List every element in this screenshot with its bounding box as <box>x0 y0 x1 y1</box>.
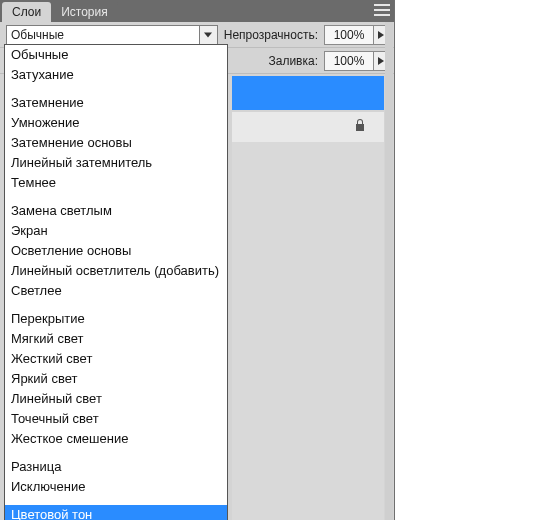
tab-history[interactable]: История <box>51 2 118 22</box>
blend-option[interactable]: Точечный свет <box>5 409 227 429</box>
fill-label: Заливка: <box>268 54 318 68</box>
blend-option[interactable]: Жесткий свет <box>5 349 227 369</box>
blend-option[interactable]: Темнее <box>5 173 227 193</box>
blend-option[interactable]: Перекрытие <box>5 309 227 329</box>
blend-option[interactable]: Разница <box>5 457 227 477</box>
svg-marker-0 <box>204 32 212 37</box>
blend-option[interactable]: Жесткое смешение <box>5 429 227 449</box>
blend-mode-value: Обычные <box>7 28 64 42</box>
blend-option[interactable]: Затухание <box>5 65 227 85</box>
blend-mode-dropdown[interactable]: ОбычныеЗатуханиеЗатемнениеУмножениеЗатем… <box>4 44 228 520</box>
blend-option[interactable]: Исключение <box>5 477 227 497</box>
blend-option[interactable]: Замена светлым <box>5 201 227 221</box>
blend-option[interactable]: Мягкий свет <box>5 329 227 349</box>
panel-scrollbar[interactable] <box>385 22 393 520</box>
blend-option[interactable]: Линейный затемнитель <box>5 153 227 173</box>
panel-tabbar: Слои История <box>0 0 394 22</box>
layers-panel: Слои История Обычные Непрозрачность: 100… <box>0 0 395 520</box>
svg-marker-1 <box>378 31 384 39</box>
blend-option[interactable]: Затемнение <box>5 93 227 113</box>
lock-icon <box>354 118 366 136</box>
layer-row-selected[interactable] <box>232 76 384 110</box>
tab-layers[interactable]: Слои <box>2 2 51 22</box>
blend-option[interactable]: Умножение <box>5 113 227 133</box>
blend-option[interactable]: Осветление основы <box>5 241 227 261</box>
layers-empty-area <box>232 142 384 520</box>
chevron-down-icon[interactable] <box>199 26 217 44</box>
blend-option[interactable]: Линейный свет <box>5 389 227 409</box>
svg-marker-2 <box>378 57 384 65</box>
dropdown-separator <box>5 449 227 457</box>
fill-field[interactable]: 100% <box>324 51 374 71</box>
blend-option[interactable]: Яркий свет <box>5 369 227 389</box>
blend-mode-select[interactable]: Обычные <box>6 25 218 45</box>
blend-option[interactable]: Экран <box>5 221 227 241</box>
panel-menu-icon[interactable] <box>374 4 390 16</box>
dropdown-separator <box>5 85 227 93</box>
blend-option[interactable]: Затемнение основы <box>5 133 227 153</box>
blend-option[interactable]: Обычные <box>5 45 227 65</box>
dropdown-separator <box>5 193 227 201</box>
opacity-field[interactable]: 100% <box>324 25 374 45</box>
blend-option[interactable]: Цветовой тон <box>5 505 227 520</box>
dropdown-separator <box>5 497 227 505</box>
layer-row-background[interactable] <box>232 112 384 142</box>
blend-option[interactable]: Линейный осветлитель (добавить) <box>5 261 227 281</box>
dropdown-separator <box>5 301 227 309</box>
opacity-label: Непрозрачность: <box>224 28 318 42</box>
blend-option[interactable]: Светлее <box>5 281 227 301</box>
